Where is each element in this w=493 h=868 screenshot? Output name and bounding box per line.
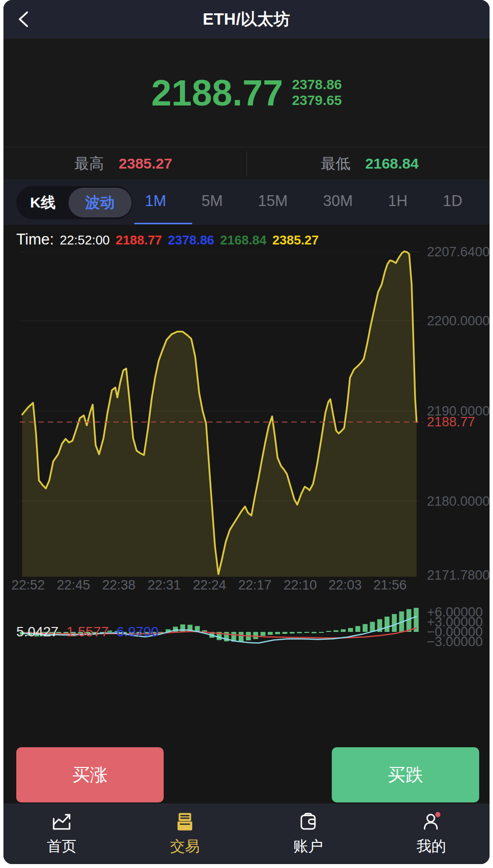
time-value: 22:52:00: [60, 233, 109, 248]
chart-info-line: Time: 22:52:00 2188.772378.862168.842385…: [16, 231, 319, 248]
stats-row: 最高 2385.27 最低 2168.84: [3, 147, 490, 180]
price-panel: 2188.77 2378.86 2379.65: [3, 38, 490, 147]
price-value-top: 2378.86: [292, 77, 342, 93]
svg-text:2171.78000: 2171.78000: [427, 568, 490, 583]
low-value: 2168.84: [365, 155, 419, 172]
svg-text:22:10: 22:10: [283, 578, 317, 592]
notification-badge: [435, 812, 440, 817]
dif-value: 6.9700: [116, 624, 159, 640]
svg-text:+3.00000: +3.00000: [427, 615, 483, 629]
info-value-3: 2385.27: [273, 233, 319, 248]
low-label: 最低: [321, 154, 351, 174]
svg-text:2200.00000: 2200.00000: [427, 313, 490, 328]
buy-down-button[interactable]: 买跌: [332, 747, 479, 802]
svg-text:−3.00000: −3.00000: [427, 634, 483, 649]
user-icon: [420, 811, 443, 833]
nav-label: 交易: [170, 836, 200, 857]
macd-legend: 5.0427 1.5577 6.9700: [16, 624, 159, 640]
svg-text:2190.00000: 2190.00000: [427, 404, 490, 418]
tab-timeframe-1h[interactable]: 1H: [388, 192, 408, 210]
time-label: Time:: [16, 231, 54, 248]
svg-text:22:31: 22:31: [147, 578, 181, 592]
tab-wave[interactable]: 波动: [69, 188, 132, 217]
tab-timeframe-5m[interactable]: 5M: [202, 192, 223, 210]
back-icon[interactable]: [15, 10, 34, 29]
dea-value: 1.5577: [67, 624, 109, 640]
active-timeframe-underline: [134, 223, 192, 224]
buy-up-button[interactable]: 买涨: [16, 747, 164, 802]
svg-text:22:03: 22:03: [328, 578, 362, 592]
tab-timeframe-15m[interactable]: 15M: [258, 192, 287, 210]
svg-text:2188.77: 2188.77: [427, 415, 475, 429]
price-value-bottom: 2379.65: [292, 93, 342, 108]
tab-timeframe-30m[interactable]: 30M: [323, 192, 352, 210]
svg-text:22:52: 22:52: [11, 578, 45, 592]
nav-label: 账户: [293, 836, 323, 857]
high-stat: 最高 2385.27: [3, 147, 246, 180]
svg-text:22:17: 22:17: [238, 578, 272, 592]
stats-divider: [246, 151, 247, 176]
home-chart-icon: [50, 811, 73, 833]
nav-item-user[interactable]: 我的: [370, 803, 490, 864]
svg-text:21:56: 21:56: [373, 578, 407, 592]
current-price: 2188.77: [151, 77, 283, 109]
tab-kline[interactable]: K线: [17, 193, 69, 213]
ohlc-values: 2188.772378.862168.842385.27: [116, 233, 319, 248]
page-title: ETH/以太坊: [203, 8, 290, 31]
info-value-2: 2168.84: [220, 233, 267, 248]
low-stat: 最低 2168.84: [246, 147, 490, 180]
nav-label: 首页: [47, 836, 76, 857]
high-value: 2385.27: [119, 155, 172, 172]
chart-type-switch: K线 波动: [16, 186, 133, 219]
tab-timeframe-1d[interactable]: 1D: [443, 192, 462, 210]
chart-tabs-row: K线 波动 1M5M15M30M1H1D: [3, 179, 490, 225]
svg-text:22:38: 22:38: [102, 578, 136, 592]
info-value-1: 2378.86: [168, 233, 214, 248]
wallet-icon: [297, 811, 319, 833]
tab-timeframe-1m[interactable]: 1M: [145, 192, 166, 210]
nav-item-wallet[interactable]: 账户: [246, 803, 370, 864]
nav-item-home-chart[interactable]: 首页: [3, 803, 123, 864]
trade-icon: [174, 811, 196, 833]
svg-text:−0.00000: −0.00000: [427, 625, 483, 639]
header: ETH/以太坊: [3, 0, 490, 38]
svg-text:22:45: 22:45: [57, 578, 90, 592]
svg-text:+6.00000: +6.00000: [427, 605, 483, 620]
app-content: ETH/以太坊 2188.77 2378.86 2379.65 最高 2385.…: [3, 0, 490, 864]
svg-text:22:24: 22:24: [193, 578, 226, 592]
price-side-values: 2378.86 2379.65: [292, 77, 342, 108]
nav-label: 我的: [417, 836, 446, 857]
nav-item-trade-cards[interactable]: 交易: [123, 803, 246, 864]
macd-value: 5.0427: [16, 624, 59, 640]
high-label: 最高: [74, 154, 104, 174]
bottom-nav: 首页交易账户我的: [3, 803, 490, 864]
info-value-0: 2188.77: [116, 233, 162, 248]
svg-text:2207.64000: 2207.64000: [427, 244, 490, 259]
svg-text:2180.00000: 2180.00000: [427, 494, 490, 509]
timeframe-tabs: 1M5M15M30M1H1D: [134, 179, 473, 223]
app-window: ETH/以太坊 2188.77 2378.86 2379.65 最高 2385.…: [3, 0, 490, 864]
